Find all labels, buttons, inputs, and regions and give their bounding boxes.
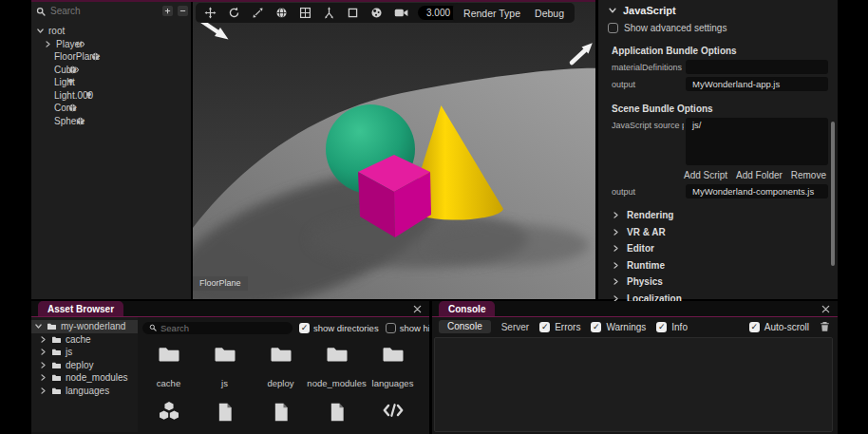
- tree-item-light000[interactable]: Light.000: [31, 89, 191, 103]
- file-icon: [216, 401, 235, 424]
- inspector-scrollbar[interactable]: [831, 122, 835, 266]
- components-output-input[interactable]: [686, 184, 828, 198]
- remove-object-button[interactable]: [178, 6, 188, 16]
- shading-icon[interactable]: [370, 7, 383, 19]
- info-checkbox[interactable]: [656, 322, 667, 332]
- folder-icon: [269, 344, 293, 364]
- remove-button[interactable]: Remove: [791, 170, 826, 180]
- add-script-button[interactable]: Add Script: [684, 170, 727, 180]
- section-editor[interactable]: Editor: [598, 240, 838, 257]
- section-rendering[interactable]: Rendering: [598, 207, 838, 224]
- section-physics[interactable]: Physics: [598, 274, 838, 291]
- close-icon[interactable]: [821, 305, 830, 313]
- show-advanced-checkbox[interactable]: [608, 23, 618, 33]
- asset-tile-script[interactable]: [365, 388, 421, 424]
- add-folder-button[interactable]: Add Folder: [736, 170, 783, 180]
- move-tool-icon[interactable]: [204, 7, 217, 19]
- package-icon: [158, 401, 180, 422]
- server-view-button[interactable]: Server: [501, 322, 529, 332]
- app-bundle-header: Application Bundle Options: [612, 46, 838, 56]
- asset-tile-file[interactable]: [197, 388, 253, 424]
- source-paths-textarea[interactable]: js/: [686, 118, 828, 165]
- folder-tree-item-js[interactable]: js: [31, 346, 138, 359]
- console-log-area[interactable]: [434, 337, 833, 432]
- scene-bundle-header: Scene Bundle Options: [612, 104, 838, 114]
- chevron-right-icon: [612, 228, 620, 236]
- grid-snap-icon[interactable]: [299, 7, 311, 19]
- folder-tree-item-my-wonderland[interactable]: my-wonderland: [31, 320, 138, 333]
- tree-item-cone[interactable]: Cone: [31, 102, 191, 115]
- selection-box-icon[interactable]: [347, 7, 359, 19]
- show-advanced-label: Show advanced settings: [624, 23, 726, 33]
- tree-item-sphere[interactable]: Sphere: [31, 115, 191, 128]
- asset-tile-package[interactable]: [141, 388, 197, 424]
- asset-tile-languages[interactable]: languages: [365, 335, 421, 388]
- scene-tree: root Player FloorPlane Cube Light Light.…: [31, 25, 191, 127]
- asset-tile-deploy[interactable]: deploy: [253, 335, 309, 388]
- folder-icon: [51, 387, 62, 395]
- material-definitions-input[interactable]: [686, 60, 828, 74]
- asset-tile-file[interactable]: [309, 388, 365, 424]
- section-runtime[interactable]: Runtime: [598, 257, 838, 274]
- rotate-tool-icon[interactable]: [228, 7, 240, 19]
- console-view-button[interactable]: Console: [439, 320, 491, 333]
- warnings-checkbox[interactable]: [591, 322, 601, 332]
- code-icon: [381, 401, 406, 420]
- folder-icon: [325, 344, 349, 364]
- mesh-icon: [76, 117, 85, 125]
- light-icon: [85, 91, 93, 100]
- asset-tile-node-modules[interactable]: node_modules: [309, 335, 365, 388]
- tree-item-root[interactable]: root: [31, 25, 191, 38]
- chevron-down-icon[interactable]: [608, 6, 617, 15]
- autoscroll-checkbox[interactable]: [749, 322, 760, 332]
- console-tab[interactable]: Console: [439, 301, 495, 316]
- mesh-icon: [91, 52, 100, 61]
- folder-tree-item-node-modules[interactable]: node_modules: [31, 371, 138, 385]
- show-hidden-checkbox[interactable]: [386, 323, 396, 333]
- folder-tree-item-languages[interactable]: languages: [31, 385, 138, 398]
- chevron-down-icon: [36, 27, 45, 35]
- app-output-input[interactable]: [686, 77, 828, 91]
- scale-tool-icon[interactable]: [252, 7, 264, 19]
- asset-tile-js[interactable]: js: [197, 335, 253, 388]
- plus-icon: [164, 8, 171, 14]
- chevron-right-icon: [39, 335, 47, 344]
- asset-search-input[interactable]: [160, 323, 286, 333]
- render-type-button[interactable]: Render Type: [463, 8, 520, 19]
- minus-icon: [179, 8, 186, 14]
- tree-item-player[interactable]: Player: [31, 38, 191, 51]
- chevron-right-icon: [612, 211, 620, 219]
- asset-tile-file[interactable]: [253, 388, 309, 424]
- asset-tile-cache[interactable]: cache: [141, 335, 197, 388]
- autoscroll-label: Auto-scroll: [764, 322, 809, 332]
- folder-tree-item-cache[interactable]: cache: [31, 333, 138, 347]
- tree-item-floorplane[interactable]: FloorPlane: [31, 50, 191, 64]
- outliner-search-input[interactable]: [50, 6, 158, 16]
- asset-search-box: [142, 322, 292, 334]
- errors-checkbox[interactable]: [539, 322, 550, 332]
- folder-icon: [51, 361, 62, 369]
- close-icon[interactable]: [413, 305, 422, 313]
- section-vr-ar[interactable]: VR & AR: [598, 224, 838, 241]
- add-object-button[interactable]: [162, 6, 173, 16]
- global-space-icon[interactable]: [275, 7, 288, 19]
- tree-item-light[interactable]: Light: [31, 76, 191, 89]
- tree-item-label: root: [48, 26, 65, 36]
- chevron-right-icon: [39, 348, 47, 356]
- 3d-viewport[interactable]: 3.000 Render Type Debug FloorPlane: [193, 2, 595, 299]
- show-directories-checkbox[interactable]: [299, 323, 310, 333]
- folder-icon: [381, 344, 406, 364]
- folder-tree-item-deploy[interactable]: deploy: [31, 359, 138, 372]
- source-paths-label: JavaScript source p: [612, 118, 684, 130]
- scene-outliner-panel: root Player FloorPlane Cube Light Light.…: [31, 2, 191, 299]
- project-settings-panel: JavaScript Show advanced settings Applic…: [598, 0, 838, 299]
- camera-icon[interactable]: [394, 7, 408, 19]
- axes-gizmo-icon[interactable]: [323, 7, 335, 19]
- tree-item-cube[interactable]: Cube: [31, 64, 191, 77]
- debug-button[interactable]: Debug: [535, 8, 564, 19]
- asset-browser-tab[interactable]: Asset Browser: [38, 301, 123, 316]
- search-icon: [149, 324, 157, 331]
- clear-console-button[interactable]: [820, 321, 830, 332]
- light-icon: [66, 78, 75, 86]
- app-output-label: output: [612, 80, 684, 89]
